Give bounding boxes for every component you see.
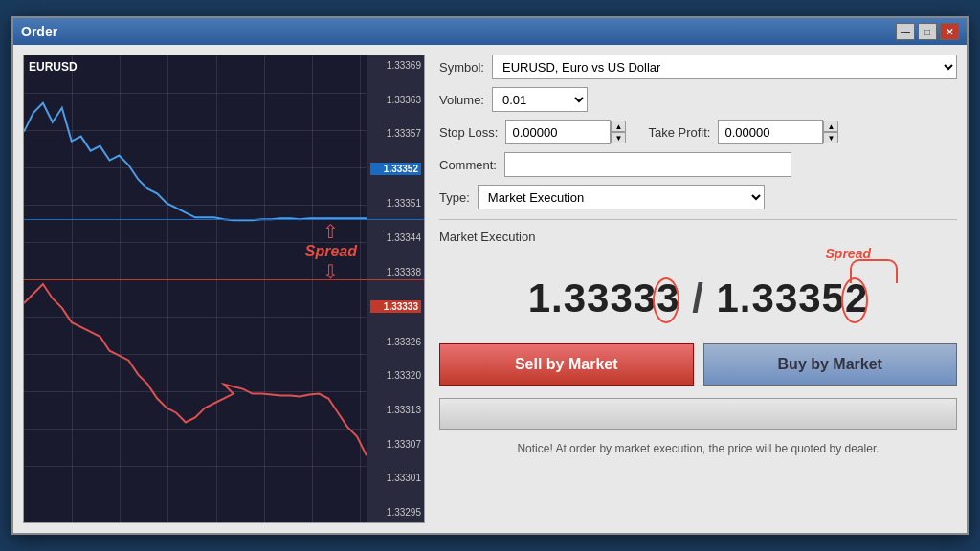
price-5: 1.33351 [370, 198, 421, 209]
cancel-button[interactable] [439, 398, 957, 430]
symbol-row: Symbol: EURUSD, Euro vs US Dollar [439, 55, 957, 79]
takeprofit-spinner-group: ▲ ▼ [718, 120, 838, 144]
arrow-down-icon: ⇩ [305, 260, 357, 283]
comment-row: Comment: [439, 152, 957, 177]
spread-label: Spread [305, 243, 357, 259]
sell-price-main: 1.3333 [528, 276, 657, 320]
type-select[interactable]: Market Execution [478, 185, 765, 209]
price-14: 1.33295 [370, 507, 421, 518]
price-axis: 1.33369 1.33363 1.33357 1.33352 1.33351 … [367, 55, 424, 522]
execution-title: Market Execution [439, 230, 957, 244]
right-panel: Symbol: EURUSD, Euro vs US Dollar Volume… [439, 55, 957, 523]
symbol-label: Symbol: [439, 60, 484, 75]
sell-button[interactable]: Sell by Market [439, 343, 694, 386]
price-1: 1.33369 [370, 60, 421, 71]
price-values: 1.33333 / 1.33352 [439, 276, 957, 321]
chart-svg [24, 55, 367, 522]
minimize-button[interactable]: — [896, 23, 915, 40]
price-9: 1.33326 [370, 337, 421, 347]
volume-label: Volume: [439, 93, 484, 107]
maximize-button[interactable]: □ [918, 23, 937, 40]
title-bar: Order — □ ✕ [13, 18, 967, 45]
buy-button[interactable]: Buy by Market [703, 343, 958, 386]
ask-line [24, 219, 424, 220]
volume-row: Volume: 0.01 [439, 87, 957, 112]
price-3: 1.33357 [370, 128, 421, 139]
separator-1 [439, 219, 957, 220]
comment-input[interactable] [504, 152, 791, 177]
comment-label: Comment: [439, 158, 497, 172]
buy-price-main: 1.3335 [717, 276, 845, 320]
price-divider: / [692, 276, 716, 320]
price-chart: EURUSD [23, 55, 425, 523]
price-12: 1.33307 [370, 439, 421, 450]
price-bid: 1.33333 [370, 300, 421, 313]
takeprofit-up-btn[interactable]: ▲ [823, 121, 838, 132]
stoploss-up-btn[interactable]: ▲ [611, 121, 626, 132]
bid-line [24, 279, 424, 280]
spread-annotation: ⇧ Spread ⇩ [305, 220, 357, 283]
stoploss-spinner-group: ▲ ▼ [505, 120, 626, 144]
close-button[interactable]: ✕ [940, 23, 959, 40]
price-ask: 1.33352 [370, 163, 421, 175]
price-7: 1.33338 [370, 267, 421, 277]
buy-price-circled-digit: 2 [845, 276, 868, 321]
order-window: Order — □ ✕ EURUSD [11, 16, 969, 535]
stoploss-label: Stop Loss: [439, 125, 498, 140]
arrow-up-icon: ⇧ [305, 220, 357, 243]
takeprofit-down-btn[interactable]: ▼ [823, 132, 838, 143]
sl-tp-row: Stop Loss: ▲ ▼ Take Profit: ▲ ▼ [439, 120, 957, 144]
price-2: 1.33363 [370, 95, 421, 105]
action-buttons: Sell by Market Buy by Market [439, 343, 957, 386]
price-11: 1.33313 [370, 405, 421, 415]
stoploss-input[interactable] [505, 120, 611, 144]
price-10: 1.33320 [370, 370, 421, 381]
sell-price-circled-digit: 3 [657, 276, 679, 321]
takeprofit-label: Take Profit: [648, 125, 710, 140]
price-display: Spread 1.33333 / 1.33352 [439, 261, 957, 321]
window-title: Order [21, 24, 57, 39]
window-controls: — □ ✕ [896, 23, 959, 40]
chart-symbol-label: EURUSD [29, 60, 78, 74]
type-label: Type: [439, 190, 470, 205]
volume-select[interactable]: 0.01 [492, 87, 588, 112]
main-content: EURUSD [13, 45, 967, 533]
price-6: 1.33344 [370, 232, 421, 243]
notice-text: Notice! At order by market execution, th… [439, 442, 957, 455]
takeprofit-input[interactable] [718, 120, 823, 144]
symbol-select[interactable]: EURUSD, Euro vs US Dollar [492, 55, 957, 79]
type-row: Type: Market Execution [439, 185, 957, 209]
stoploss-down-btn[interactable]: ▼ [611, 132, 626, 143]
price-13: 1.33301 [370, 473, 421, 483]
